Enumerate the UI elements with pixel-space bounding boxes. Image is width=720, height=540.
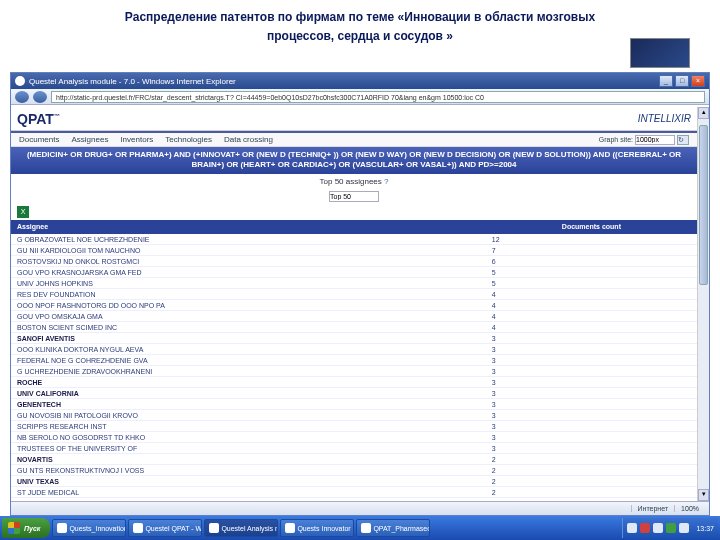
count-cell: 2: [486, 454, 697, 465]
table-row[interactable]: ST JUDE MEDICAL2: [11, 487, 697, 498]
windows-taskbar: Пуск Quests_Innovation_B… Questel QPAT -…: [0, 516, 720, 540]
table-row[interactable]: GU NII KARDIOLOGII TOM NAUCHNO7: [11, 245, 697, 256]
forward-button[interactable]: [33, 91, 47, 103]
vertical-scrollbar[interactable]: ▴ ▾: [697, 107, 709, 501]
count-cell: 2: [486, 465, 697, 476]
tray-icon[interactable]: [679, 523, 689, 533]
app-header: QPAT™ INTELLIXIR: [11, 107, 697, 131]
taskbar-item-active[interactable]: Questel Analysis mo…: [204, 519, 278, 537]
assignee-cell: TRUSTEES OF THE UNIVERSITY OF: [11, 443, 486, 454]
count-cell: 3: [486, 421, 697, 432]
count-cell: 4: [486, 311, 697, 322]
top-assignees-label: Top 50 assignees: [320, 177, 382, 186]
zoom-input[interactable]: [635, 135, 675, 145]
tray-icon[interactable]: [627, 523, 637, 533]
count-cell: 12: [486, 234, 697, 245]
table-row[interactable]: ROCHE3: [11, 377, 697, 388]
table-row[interactable]: BOSTON SCIENT SCIMED INC4: [11, 322, 697, 333]
count-cell: 4: [486, 289, 697, 300]
table-row[interactable]: TRUSTEES OF THE UNIVERSITY OF3: [11, 443, 697, 454]
taskbar-item[interactable]: QPAT_Pharmasector…: [356, 519, 430, 537]
count-cell: 3: [486, 366, 697, 377]
table-row[interactable]: ROSTOVSKIJ ND ONKOL ROSTGMCI6: [11, 256, 697, 267]
table-row[interactable]: UNIV TEXAS2: [11, 476, 697, 487]
table-row[interactable]: GU NTS REKONSTRUKTIVNOJ I VOSS2: [11, 465, 697, 476]
app-icon: [57, 523, 67, 533]
title-line-1: Распределение патентов по фирмам по теме…: [125, 10, 595, 24]
table-row[interactable]: SCRIPPS RESEARCH INST3: [11, 421, 697, 432]
app-icon: [285, 523, 295, 533]
assignee-cell: UNIV TEXAS: [11, 476, 486, 487]
assignee-cell: ST JUDE MEDICAL: [11, 487, 486, 498]
table-row[interactable]: GU NOVOSIB NII PATOLOGII KROVO3: [11, 410, 697, 421]
count-cell: 6: [486, 256, 697, 267]
count-cell: 3: [486, 344, 697, 355]
table-row[interactable]: UNIV CALIFORNIA3: [11, 388, 697, 399]
help-icon[interactable]: ?: [384, 177, 388, 186]
table-row[interactable]: RES DEV FOUNDATION4: [11, 289, 697, 300]
count-cell: 3: [486, 399, 697, 410]
assignee-cell: G UCHREZHDENIE ZDRAVOOKHRANENI: [11, 366, 486, 377]
assignee-cell: GU NII KARDIOLOGII TOM NAUCHNO: [11, 245, 486, 256]
taskbar-item[interactable]: Questel QPAT - Windo…: [128, 519, 202, 537]
col-assignee[interactable]: Assignee: [11, 220, 486, 234]
scroll-thumb[interactable]: [699, 125, 708, 285]
ie-icon: [15, 76, 25, 86]
assignee-cell: GU NTS REKONSTRUKTIVNOJ I VOSS: [11, 465, 486, 476]
tray-icon[interactable]: [640, 523, 650, 533]
table-row[interactable]: NB SEROLO NO GOSODRST TD KHKO3: [11, 432, 697, 443]
assignee-cell: BOSTON SCIENT SCIMED INC: [11, 322, 486, 333]
address-bar: http://static-prd.questel.fr/FRC/star_de…: [11, 89, 709, 105]
nav-inventors[interactable]: Inventors: [120, 135, 153, 144]
app-icon: [209, 523, 219, 533]
tray-icon[interactable]: [666, 523, 676, 533]
query-bar: (MEDICIN+ OR DRUG+ OR PHARMA+) AND (+INN…: [11, 147, 697, 174]
table-row[interactable]: NOVARTIS2: [11, 454, 697, 465]
scroll-down-arrow[interactable]: ▾: [698, 489, 709, 501]
count-cell: 4: [486, 322, 697, 333]
scroll-up-arrow[interactable]: ▴: [698, 107, 709, 119]
url-input[interactable]: http://static-prd.questel.fr/FRC/star_de…: [51, 91, 705, 103]
taskbar-item[interactable]: Quests Innovator B…: [280, 519, 354, 537]
graph-site-label: Graph site:: [599, 136, 633, 143]
assignee-cell: NB SEROLO NO GOSODRST TD KHKO: [11, 432, 486, 443]
table-row[interactable]: G UCHREZHDENIE ZDRAVOOKHRANENI3: [11, 366, 697, 377]
table-row[interactable]: G OBRAZOVATEL NOE UCHREZHDENIE12: [11, 234, 697, 245]
minimize-button[interactable]: _: [659, 75, 673, 87]
nav-assignees[interactable]: Assignees: [71, 135, 108, 144]
count-cell: 5: [486, 267, 697, 278]
taskbar-item[interactable]: Quests_Innovation_B…: [52, 519, 126, 537]
assignee-cell: UNIV JOHNS HOPKINS: [11, 278, 486, 289]
table-row[interactable]: GOU VPO OMSKAJA GMA4: [11, 311, 697, 322]
start-button[interactable]: Пуск: [2, 518, 50, 538]
assignee-cell: NOVARTIS: [11, 454, 486, 465]
close-button[interactable]: ×: [691, 75, 705, 87]
app-nav: Documents Assignees Inventors Technologi…: [11, 133, 697, 147]
assignee-cell: GU NOVOSIB NII PATOLOGII KROVO: [11, 410, 486, 421]
nav-technologies[interactable]: Technologies: [165, 135, 212, 144]
window-titlebar[interactable]: Questel Analysis module - 7.0 - Windows …: [11, 73, 709, 89]
count-cell: 3: [486, 410, 697, 421]
assignee-cell: OOO KLINIKA DOKTORA NYGUL AEVA: [11, 344, 486, 355]
export-xls-icon[interactable]: X: [17, 206, 29, 218]
top-selector[interactable]: [329, 191, 379, 202]
table-row[interactable]: GOU VPO KRASNOJARSKA GMA FED5: [11, 267, 697, 278]
refresh-button[interactable]: ↻: [677, 135, 689, 145]
table-row[interactable]: UNIV JOHNS HOPKINS5: [11, 278, 697, 289]
assignee-cell: GOU VPO OMSKAJA GMA: [11, 311, 486, 322]
count-cell: 2: [486, 487, 697, 498]
title-line-2: процессов, сердца и сосудов »: [267, 29, 453, 43]
count-cell: 4: [486, 300, 697, 311]
table-row[interactable]: OOO KLINIKA DOKTORA NYGUL AEVA3: [11, 344, 697, 355]
maximize-button[interactable]: □: [675, 75, 689, 87]
back-button[interactable]: [15, 91, 29, 103]
tray-icon[interactable]: [653, 523, 663, 533]
table-row[interactable]: FEDERAL NOE G COHREZHDENIE GVA3: [11, 355, 697, 366]
table-row[interactable]: OOO NPOF RASHNOTORG DD OOO NPO PA4: [11, 300, 697, 311]
col-documents-count[interactable]: Documents count: [486, 220, 697, 234]
table-row[interactable]: SANOFI AVENTIS3: [11, 333, 697, 344]
nav-documents[interactable]: Documents: [19, 135, 59, 144]
assignee-cell: SANOFI AVENTIS: [11, 333, 486, 344]
nav-data-crossing[interactable]: Data crossing: [224, 135, 273, 144]
table-row[interactable]: GENENTECH3: [11, 399, 697, 410]
